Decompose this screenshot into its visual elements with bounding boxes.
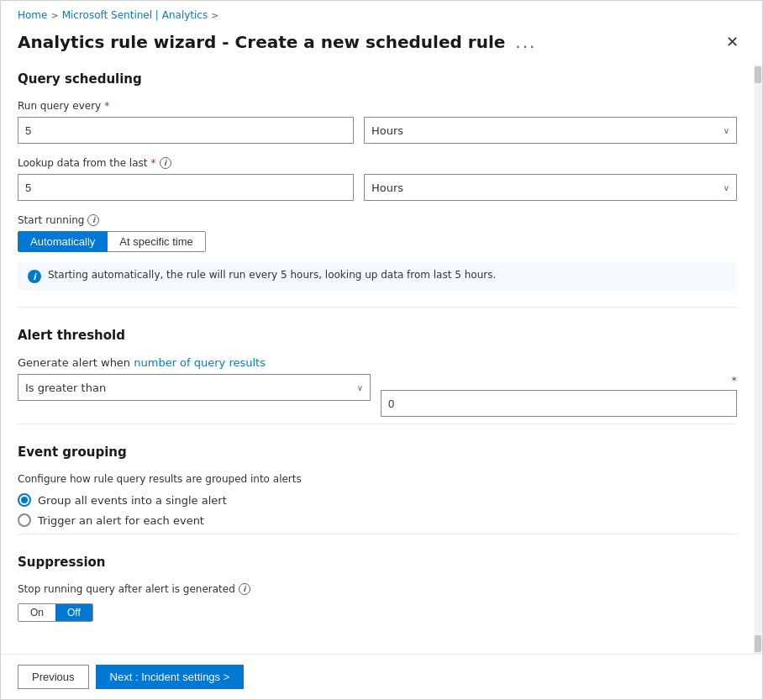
close-button[interactable]: ✕ [719, 29, 745, 55]
suppression-toggle-row: On Off [18, 603, 737, 622]
run-query-required: * [104, 100, 109, 112]
start-running-info-icon[interactable]: i [87, 214, 99, 226]
start-running-section: Start running i Automatically At specifi… [18, 214, 737, 252]
scrollbar-thumb-bottom[interactable] [755, 635, 761, 652]
scrollbar[interactable] [754, 65, 762, 654]
more-options-button[interactable]: ... [515, 32, 536, 52]
run-query-unit-chevron: ∨ [724, 126, 729, 135]
previous-button[interactable]: Previous [18, 665, 89, 689]
event-grouping-title: Event grouping [18, 438, 737, 460]
query-scheduling-title: Query scheduling [18, 65, 737, 87]
specific-time-toggle-button[interactable]: At specific time [108, 231, 205, 252]
info-circle-icon: i [28, 270, 41, 283]
lookup-unit-chevron: ∨ [724, 183, 729, 192]
condition-select[interactable]: Is greater than ∨ [18, 374, 371, 401]
suppression-off-button[interactable]: Off [55, 604, 92, 621]
generate-alert-label: Generate alert when number of query resu… [18, 356, 737, 369]
breadcrumb-home[interactable]: Home [18, 9, 47, 21]
breadcrumb-sep2: > [211, 10, 218, 21]
next-button[interactable]: Next : Incident settings > [96, 665, 245, 689]
event-grouping-options: Group all events into a single alert Tri… [18, 493, 737, 527]
radio-trigger-each-label: Trigger an alert for each event [38, 514, 204, 527]
run-query-row: Hours ∨ [18, 117, 737, 144]
suppression-toggle-group: On Off [18, 603, 93, 622]
start-running-label: Start running i [18, 214, 737, 226]
run-query-unit-select[interactable]: Hours ∨ [364, 117, 737, 144]
suppression-info-icon[interactable]: i [239, 583, 250, 595]
condition-chevron: ∨ [357, 383, 363, 392]
threshold-row: Is greater than ∨ * [18, 374, 737, 417]
radio-trigger-each-button[interactable] [18, 513, 31, 527]
page-title: Analytics rule wizard - Create a new sch… [18, 32, 505, 52]
content-area: Query scheduling Run query every * Hours… [1, 65, 754, 654]
start-running-toggle: Automatically At specific time [18, 231, 737, 252]
info-box: i Starting automatically, the rule will … [18, 262, 737, 290]
run-query-label: Run query every * [18, 100, 737, 112]
suppression-on-button[interactable]: On [18, 604, 55, 621]
info-box-text: Starting automatically, the rule will ru… [48, 269, 496, 281]
radio-group-all-label: Group all events into a single alert [38, 494, 227, 507]
title-bar: Analytics rule wizard - Create a new sch… [1, 26, 762, 65]
footer: Previous Next : Incident settings > [1, 654, 762, 699]
suppression-title: Suppression [18, 548, 737, 570]
breadcrumb: Home > Microsoft Sentinel | Analytics > [1, 1, 762, 26]
lookup-required: * [151, 157, 156, 169]
scrollbar-thumb-top[interactable] [755, 66, 761, 83]
run-query-input[interactable] [18, 117, 354, 144]
lookup-input[interactable] [18, 174, 354, 201]
radio-group-all[interactable]: Group all events into a single alert [18, 493, 737, 507]
threshold-required-star: * [381, 374, 737, 387]
condition-value: Is greater than [25, 382, 106, 394]
divider-3 [18, 534, 737, 534]
divider-1 [18, 307, 737, 308]
lookup-row: Hours ∨ [18, 174, 737, 201]
lookup-info-icon[interactable]: i [160, 157, 171, 169]
radio-trigger-each[interactable]: Trigger an alert for each event [18, 513, 737, 527]
breadcrumb-sentinel[interactable]: Microsoft Sentinel | Analytics [62, 9, 208, 21]
radio-group-all-indicator [21, 497, 28, 503]
lookup-unit-select[interactable]: Hours ∨ [364, 174, 737, 201]
radio-group-all-button[interactable] [18, 493, 31, 507]
threshold-input-wrap: * [381, 374, 737, 417]
run-query-unit-value: Hours [371, 124, 403, 137]
stop-running-label: Stop running query after alert is genera… [18, 583, 737, 595]
breadcrumb-sep1: > [50, 10, 58, 21]
auto-toggle-button[interactable]: Automatically [18, 231, 108, 252]
lookup-unit-value: Hours [371, 182, 403, 194]
title-left: Analytics rule wizard - Create a new sch… [18, 32, 536, 52]
main-window: Home > Microsoft Sentinel | Analytics > … [0, 0, 763, 700]
scrollable-area: Query scheduling Run query every * Hours… [1, 65, 762, 654]
divider-2 [18, 424, 737, 424]
alert-threshold-title: Alert threshold [18, 321, 737, 343]
lookup-label: Lookup data from the last * i [18, 157, 737, 169]
event-grouping-config-label: Configure how rule query results are gro… [18, 473, 737, 485]
threshold-value-input[interactable] [381, 390, 737, 417]
